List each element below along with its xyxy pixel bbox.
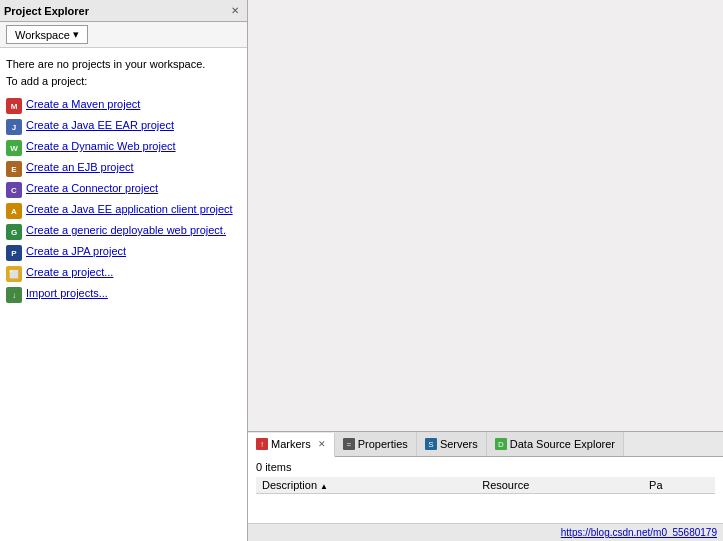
explorer-content: There are no projects in your workspace.… [0, 48, 247, 541]
no-projects-message: There are no projects in your workspace.… [6, 56, 241, 89]
workspace-dropdown: Workspace ▾ [0, 22, 247, 48]
bottom-panel: !Markers✕=PropertiesSServersDData Source… [248, 431, 723, 541]
link-dynamic-web[interactable]: WCreate a Dynamic Web project [6, 139, 241, 156]
col-pa: Pa [643, 477, 715, 494]
datasource-tab-icon: D [495, 438, 507, 450]
link-text-maven: Create a Maven project [26, 97, 140, 112]
jpa-icon: P [6, 245, 22, 261]
tab-label-markers: Markers [271, 438, 311, 450]
link-text-connector: Create a Connector project [26, 181, 158, 196]
generic-web-icon: G [6, 224, 22, 240]
panel-title-text: Project Explorer [4, 5, 223, 17]
tab-datasource[interactable]: DData Source Explorer [487, 432, 624, 456]
panel-title-bar: Project Explorer ✕ [0, 0, 247, 22]
bottom-content: 0 items Description▲ResourcePa [248, 457, 723, 523]
status-url: https://blog.csdn.net/m0_55680179 [561, 527, 717, 538]
sort-icon: ▲ [320, 482, 328, 491]
markers-tab-icon: ! [256, 438, 268, 450]
tab-markers[interactable]: !Markers✕ [248, 433, 335, 457]
project-icon: ⬜ [6, 266, 22, 282]
markers-table: Description▲ResourcePa [256, 477, 715, 494]
table-header-row: Description▲ResourcePa [256, 477, 715, 494]
link-text-generic-web: Create a generic deployable web project. [26, 223, 226, 238]
panel-close-button[interactable]: ✕ [227, 3, 243, 18]
status-bar[interactable]: https://blog.csdn.net/m0_55680179 [248, 523, 723, 541]
project-explorer: Project Explorer ✕ Workspace ▾ There are… [0, 0, 248, 541]
no-projects-line1: There are no projects in your workspace. [6, 58, 205, 70]
link-text-javaee-client: Create a Java EE application client proj… [26, 202, 233, 217]
col-resource: Resource [476, 477, 643, 494]
import-icon: ↓ [6, 287, 22, 303]
workspace-button[interactable]: Workspace ▾ [6, 25, 88, 44]
project-links-list: MCreate a Maven projectJCreate a Java EE… [6, 97, 241, 303]
link-javaee-ear[interactable]: JCreate a Java EE EAR project [6, 118, 241, 135]
servers-tab-icon: S [425, 438, 437, 450]
link-text-jpa: Create a JPA project [26, 244, 126, 259]
link-text-project: Create a project... [26, 265, 113, 280]
tab-properties[interactable]: =Properties [335, 432, 417, 456]
tab-label-datasource: Data Source Explorer [510, 438, 615, 450]
editor-area [248, 0, 723, 431]
add-project-prompt: To add a project: [6, 75, 87, 87]
link-jpa[interactable]: PCreate a JPA project [6, 244, 241, 261]
javaee-ear-icon: J [6, 119, 22, 135]
javaee-client-icon: A [6, 203, 22, 219]
tab-label-servers: Servers [440, 438, 478, 450]
link-text-ejb: Create an EJB project [26, 160, 134, 175]
dynamic-web-icon: W [6, 140, 22, 156]
link-javaee-client[interactable]: ACreate a Java EE application client pro… [6, 202, 241, 219]
tab-label-properties: Properties [358, 438, 408, 450]
link-maven[interactable]: MCreate a Maven project [6, 97, 241, 114]
ejb-icon: E [6, 161, 22, 177]
tab-servers[interactable]: SServers [417, 432, 487, 456]
link-generic-web[interactable]: GCreate a generic deployable web project… [6, 223, 241, 240]
link-text-import: Import projects... [26, 286, 108, 301]
workspace-dropdown-icon: ▾ [73, 28, 79, 41]
main-content-area [248, 0, 723, 431]
items-count: 0 items [256, 461, 715, 473]
main-area: Project Explorer ✕ Workspace ▾ There are… [0, 0, 723, 541]
link-ejb[interactable]: ECreate an EJB project [6, 160, 241, 177]
link-text-dynamic-web: Create a Dynamic Web project [26, 139, 176, 154]
properties-tab-icon: = [343, 438, 355, 450]
connector-icon: C [6, 182, 22, 198]
tab-close-markers[interactable]: ✕ [318, 439, 326, 449]
workspace-label: Workspace [15, 29, 70, 41]
link-project[interactable]: ⬜Create a project... [6, 265, 241, 282]
maven-icon: M [6, 98, 22, 114]
link-import[interactable]: ↓Import projects... [6, 286, 241, 303]
link-text-javaee-ear: Create a Java EE EAR project [26, 118, 174, 133]
col-description[interactable]: Description▲ [256, 477, 476, 494]
link-connector[interactable]: CCreate a Connector project [6, 181, 241, 198]
bottom-tabs: !Markers✕=PropertiesSServersDData Source… [248, 432, 723, 457]
